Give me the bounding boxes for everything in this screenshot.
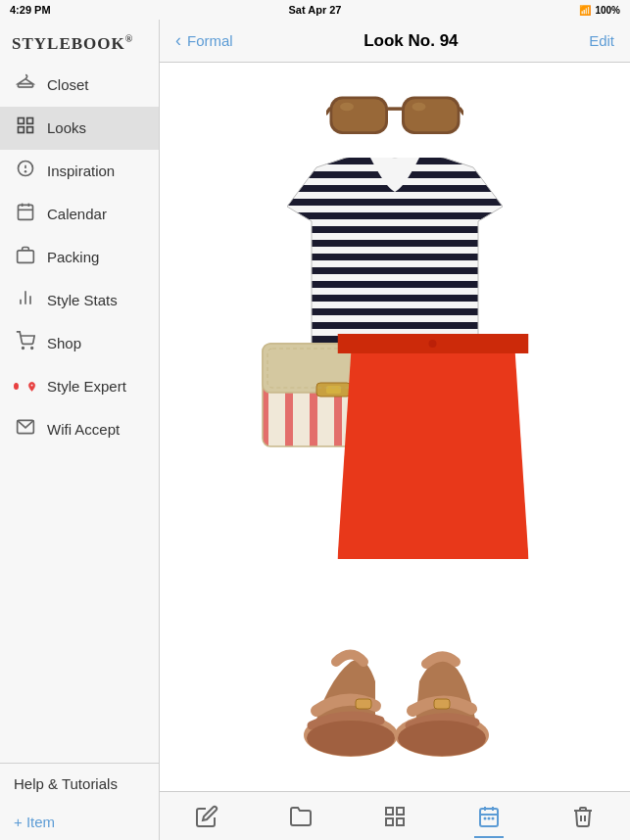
app-logo: STYLEBOOK® bbox=[0, 20, 159, 64]
back-label: Formal bbox=[187, 32, 233, 49]
share-button[interactable] bbox=[370, 795, 419, 838]
svg-rect-50 bbox=[397, 818, 404, 825]
skirt-item[interactable] bbox=[338, 334, 529, 559]
back-button[interactable]: ‹ Formal bbox=[175, 30, 233, 51]
svg-rect-47 bbox=[386, 808, 393, 815]
svg-point-29 bbox=[412, 103, 426, 111]
svg-rect-10 bbox=[19, 205, 33, 219]
look-canvas bbox=[160, 63, 630, 791]
add-item-label: + Item bbox=[14, 814, 55, 830]
help-label: Help & Tutorials bbox=[14, 775, 118, 792]
page-title: Look No. 94 bbox=[363, 31, 458, 51]
sidebar-label-packing: Packing bbox=[47, 249, 99, 265]
svg-point-19 bbox=[31, 348, 33, 350]
shirt-svg bbox=[287, 158, 503, 353]
status-time: 4:29 PM bbox=[10, 4, 51, 16]
svg-point-40 bbox=[429, 340, 437, 348]
nav-bar: ‹ Formal Look No. 94 Edit bbox=[160, 20, 630, 63]
sidebar-item-inspiration[interactable]: Inspiration bbox=[0, 150, 159, 193]
sidebar: STYLEBOOK® Closet bbox=[0, 20, 160, 840]
sidebar-item-wifi-accept[interactable]: Wifi Accept bbox=[0, 408, 159, 451]
chevron-left-icon: ‹ bbox=[175, 30, 181, 51]
sidebar-item-style-stats[interactable]: Style Stats bbox=[0, 279, 159, 322]
shop-icon bbox=[14, 331, 37, 355]
svg-rect-24 bbox=[405, 99, 458, 131]
add-item-button[interactable]: + Item bbox=[0, 804, 159, 840]
notification-dot bbox=[14, 383, 19, 390]
wifi-icon: 📶 bbox=[579, 5, 591, 16]
wifi-accept-icon bbox=[14, 417, 37, 442]
status-date: Sat Apr 27 bbox=[288, 4, 341, 16]
inspiration-icon bbox=[14, 159, 37, 183]
sidebar-item-looks[interactable]: Looks bbox=[0, 107, 159, 150]
svg-point-28 bbox=[340, 103, 354, 111]
help-tutorials-link[interactable]: Help & Tutorials bbox=[0, 763, 159, 804]
style-expert-icon bbox=[14, 379, 37, 395]
calendar-icon bbox=[14, 202, 37, 226]
folder-icon bbox=[289, 805, 313, 828]
toolbar bbox=[160, 791, 630, 840]
sidebar-label-style-stats: Style Stats bbox=[47, 292, 118, 308]
nav-items: Closet Looks bbox=[0, 64, 159, 763]
svg-point-18 bbox=[23, 348, 24, 350]
svg-rect-49 bbox=[386, 818, 393, 825]
content-area: ‹ Formal Look No. 94 Edit bbox=[160, 20, 630, 840]
sidebar-label-inspiration: Inspiration bbox=[47, 163, 115, 179]
svg-rect-14 bbox=[18, 251, 34, 263]
battery-label: 100% bbox=[595, 5, 620, 16]
calendar-toolbar-icon bbox=[477, 805, 501, 828]
svg-rect-5 bbox=[19, 127, 24, 133]
skirt-svg bbox=[338, 334, 529, 559]
striped-top-item[interactable] bbox=[287, 158, 503, 353]
sidebar-item-packing[interactable]: Packing bbox=[0, 236, 159, 279]
svg-rect-46 bbox=[434, 699, 450, 709]
sunglasses-svg bbox=[326, 79, 463, 148]
share-icon bbox=[383, 805, 407, 828]
sidebar-item-shop[interactable]: Shop bbox=[0, 322, 159, 365]
sandals-svg bbox=[297, 583, 493, 765]
status-right-icons: 📶 100% bbox=[579, 5, 620, 16]
sidebar-label-style-expert: Style Expert bbox=[47, 378, 126, 395]
svg-rect-3 bbox=[19, 118, 24, 124]
trash-icon bbox=[571, 805, 595, 828]
outfit-composite bbox=[199, 70, 591, 784]
svg-rect-45 bbox=[356, 699, 371, 709]
svg-point-44 bbox=[398, 721, 486, 756]
svg-rect-48 bbox=[397, 808, 404, 815]
sunglasses-item[interactable] bbox=[326, 79, 463, 148]
stats-icon bbox=[14, 288, 37, 312]
calendar-toolbar-button[interactable] bbox=[464, 795, 513, 838]
svg-rect-23 bbox=[332, 99, 385, 131]
edit-button[interactable]: Edit bbox=[589, 32, 614, 49]
sidebar-label-wifi-accept: Wifi Accept bbox=[47, 421, 120, 438]
sidebar-item-calendar[interactable]: Calendar bbox=[0, 193, 159, 236]
svg-rect-6 bbox=[27, 127, 33, 133]
folder-button[interactable] bbox=[276, 795, 325, 838]
svg-line-26 bbox=[326, 109, 330, 114]
sidebar-item-style-expert[interactable]: Style Expert bbox=[0, 365, 159, 408]
delete-button[interactable] bbox=[558, 795, 607, 838]
svg-rect-4 bbox=[27, 118, 33, 124]
svg-point-42 bbox=[307, 721, 395, 756]
sidebar-label-looks: Looks bbox=[47, 119, 86, 136]
pencil-icon bbox=[195, 805, 218, 828]
svg-line-27 bbox=[460, 109, 464, 114]
sidebar-label-calendar: Calendar bbox=[47, 206, 107, 222]
packing-icon bbox=[14, 245, 37, 269]
status-bar: 4:29 PM Sat Apr 27 📶 100% bbox=[0, 0, 630, 20]
hanger-icon bbox=[14, 72, 37, 97]
sidebar-label-shop: Shop bbox=[47, 335, 81, 351]
sidebar-item-closet[interactable]: Closet bbox=[0, 64, 159, 107]
edit-look-button[interactable] bbox=[182, 795, 231, 838]
sandals-item[interactable] bbox=[297, 583, 493, 765]
sidebar-label-closet: Closet bbox=[47, 76, 89, 93]
looks-icon bbox=[14, 116, 37, 140]
